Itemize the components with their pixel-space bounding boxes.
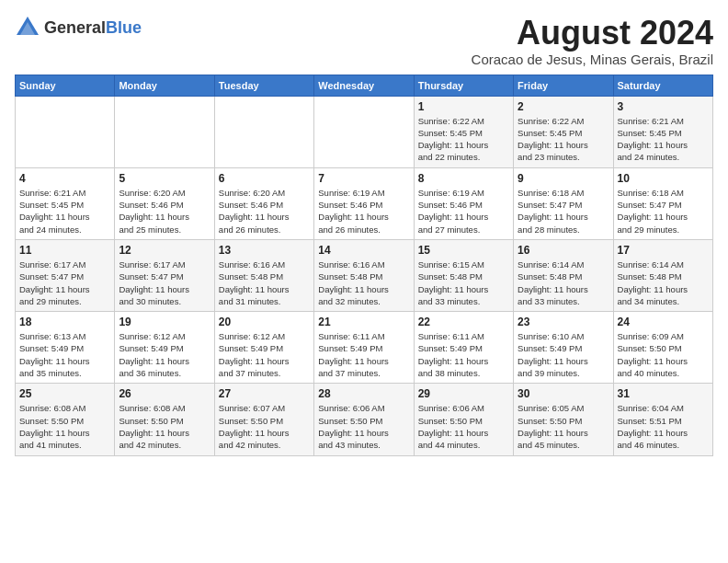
calendar-cell: 16Sunrise: 6:14 AMSunset: 5:48 PMDayligh…: [514, 239, 613, 311]
day-info: Sunrise: 6:04 AMSunset: 5:51 PMDaylight:…: [618, 402, 709, 451]
weekday-header-monday: Monday: [115, 75, 214, 96]
day-info: Sunrise: 6:14 AMSunset: 5:48 PMDaylight:…: [518, 259, 609, 307]
week-row-1: 1Sunrise: 6:22 AMSunset: 5:45 PMDaylight…: [16, 96, 713, 167]
day-number: 16: [518, 244, 609, 257]
calendar-cell: 2Sunrise: 6:22 AMSunset: 5:45 PMDaylight…: [514, 96, 613, 167]
calendar-cell: 27Sunrise: 6:07 AMSunset: 5:50 PMDayligh…: [214, 384, 313, 455]
calendar-cell: 8Sunrise: 6:19 AMSunset: 5:46 PMDaylight…: [414, 167, 513, 239]
day-number: 8: [418, 172, 509, 185]
day-info: Sunrise: 6:16 AMSunset: 5:48 PMDaylight:…: [318, 259, 409, 307]
week-row-5: 25Sunrise: 6:08 AMSunset: 5:50 PMDayligh…: [16, 384, 713, 455]
page-header: GeneralBlue August 2024 Coracao de Jesus…: [15, 15, 713, 67]
day-number: 25: [19, 387, 110, 400]
day-info: Sunrise: 6:12 AMSunset: 5:49 PMDaylight:…: [119, 330, 210, 379]
calendar-cell: 28Sunrise: 6:06 AMSunset: 5:50 PMDayligh…: [314, 384, 414, 455]
day-number: 20: [219, 316, 310, 328]
calendar-cell: 12Sunrise: 6:17 AMSunset: 5:47 PMDayligh…: [115, 239, 214, 311]
calendar-cell: [214, 96, 313, 167]
calendar-cell: 25Sunrise: 6:08 AMSunset: 5:50 PMDayligh…: [16, 384, 115, 455]
calendar-cell: [115, 96, 214, 167]
calendar-cell: 10Sunrise: 6:18 AMSunset: 5:47 PMDayligh…: [613, 167, 712, 239]
calendar-cell: 7Sunrise: 6:19 AMSunset: 5:46 PMDaylight…: [314, 167, 414, 239]
day-info: Sunrise: 6:20 AMSunset: 5:46 PMDaylight:…: [119, 187, 210, 236]
day-info: Sunrise: 6:08 AMSunset: 5:50 PMDaylight:…: [119, 402, 210, 451]
day-number: 9: [518, 172, 609, 185]
month-year-title: August 2024: [472, 15, 713, 52]
weekday-header-saturday: Saturday: [613, 75, 712, 96]
week-row-3: 11Sunrise: 6:17 AMSunset: 5:47 PMDayligh…: [16, 239, 713, 311]
calendar-cell: 21Sunrise: 6:11 AMSunset: 5:49 PMDayligh…: [314, 312, 414, 384]
logo: GeneralBlue: [15, 15, 142, 40]
day-info: Sunrise: 6:09 AMSunset: 5:50 PMDaylight:…: [618, 330, 709, 379]
day-number: 14: [318, 244, 409, 257]
calendar-cell: 5Sunrise: 6:20 AMSunset: 5:46 PMDaylight…: [115, 167, 214, 239]
day-number: 13: [219, 244, 310, 257]
day-number: 6: [219, 172, 310, 185]
day-info: Sunrise: 6:21 AMSunset: 5:45 PMDaylight:…: [19, 187, 110, 236]
day-number: 27: [219, 387, 310, 400]
day-number: 19: [119, 316, 210, 328]
day-info: Sunrise: 6:15 AMSunset: 5:48 PMDaylight:…: [418, 259, 509, 307]
day-number: 21: [318, 316, 409, 328]
day-info: Sunrise: 6:16 AMSunset: 5:48 PMDaylight:…: [219, 259, 310, 307]
day-number: 7: [318, 172, 409, 185]
calendar-cell: 24Sunrise: 6:09 AMSunset: 5:50 PMDayligh…: [613, 312, 712, 384]
calendar-cell: 11Sunrise: 6:17 AMSunset: 5:47 PMDayligh…: [16, 239, 115, 311]
day-info: Sunrise: 6:22 AMSunset: 5:45 PMDaylight:…: [418, 115, 509, 164]
day-number: 26: [119, 387, 210, 400]
day-number: 17: [618, 244, 709, 257]
day-info: Sunrise: 6:22 AMSunset: 5:45 PMDaylight:…: [518, 115, 609, 164]
weekday-header-sunday: Sunday: [16, 75, 115, 96]
day-info: Sunrise: 6:20 AMSunset: 5:46 PMDaylight:…: [219, 187, 310, 236]
weekday-header-row: SundayMondayTuesdayWednesdayThursdayFrid…: [16, 75, 713, 96]
calendar-cell: 14Sunrise: 6:16 AMSunset: 5:48 PMDayligh…: [314, 239, 414, 311]
day-number: 30: [518, 387, 609, 400]
day-number: 2: [518, 100, 609, 113]
calendar-cell: 31Sunrise: 6:04 AMSunset: 5:51 PMDayligh…: [613, 384, 712, 455]
day-info: Sunrise: 6:21 AMSunset: 5:45 PMDaylight:…: [618, 115, 709, 164]
day-number: 28: [318, 387, 409, 400]
calendar-cell: 15Sunrise: 6:15 AMSunset: 5:48 PMDayligh…: [414, 239, 513, 311]
day-info: Sunrise: 6:07 AMSunset: 5:50 PMDaylight:…: [219, 402, 310, 451]
calendar-cell: 1Sunrise: 6:22 AMSunset: 5:45 PMDaylight…: [414, 96, 513, 167]
day-info: Sunrise: 6:11 AMSunset: 5:49 PMDaylight:…: [418, 330, 509, 379]
calendar-cell: 26Sunrise: 6:08 AMSunset: 5:50 PMDayligh…: [115, 384, 214, 455]
calendar-cell: 29Sunrise: 6:06 AMSunset: 5:50 PMDayligh…: [414, 384, 513, 455]
calendar-cell: 19Sunrise: 6:12 AMSunset: 5:49 PMDayligh…: [115, 312, 214, 384]
day-number: 3: [618, 100, 709, 113]
day-info: Sunrise: 6:10 AMSunset: 5:49 PMDaylight:…: [518, 330, 609, 379]
day-number: 12: [119, 244, 210, 257]
calendar-cell: 30Sunrise: 6:05 AMSunset: 5:50 PMDayligh…: [514, 384, 613, 455]
week-row-4: 18Sunrise: 6:13 AMSunset: 5:49 PMDayligh…: [16, 312, 713, 384]
day-info: Sunrise: 6:08 AMSunset: 5:50 PMDaylight:…: [19, 402, 110, 451]
day-number: 15: [418, 244, 509, 257]
day-info: Sunrise: 6:12 AMSunset: 5:49 PMDaylight:…: [219, 330, 310, 379]
calendar-cell: 18Sunrise: 6:13 AMSunset: 5:49 PMDayligh…: [16, 312, 115, 384]
day-number: 29: [418, 387, 509, 400]
weekday-header-thursday: Thursday: [414, 75, 513, 96]
calendar-cell: [314, 96, 414, 167]
calendar-cell: 20Sunrise: 6:12 AMSunset: 5:49 PMDayligh…: [214, 312, 313, 384]
day-info: Sunrise: 6:19 AMSunset: 5:46 PMDaylight:…: [318, 187, 409, 236]
week-row-2: 4Sunrise: 6:21 AMSunset: 5:45 PMDaylight…: [16, 167, 713, 239]
calendar-cell: 22Sunrise: 6:11 AMSunset: 5:49 PMDayligh…: [414, 312, 513, 384]
calendar-cell: [16, 96, 115, 167]
day-info: Sunrise: 6:17 AMSunset: 5:47 PMDaylight:…: [19, 259, 110, 307]
day-number: 18: [19, 316, 110, 328]
day-number: 24: [618, 316, 709, 328]
logo-icon: [15, 15, 40, 40]
calendar-cell: 6Sunrise: 6:20 AMSunset: 5:46 PMDaylight…: [214, 167, 313, 239]
location-subtitle: Coracao de Jesus, Minas Gerais, Brazil: [472, 52, 713, 67]
day-info: Sunrise: 6:17 AMSunset: 5:47 PMDaylight:…: [119, 259, 210, 307]
calendar-cell: 9Sunrise: 6:18 AMSunset: 5:47 PMDaylight…: [514, 167, 613, 239]
day-info: Sunrise: 6:18 AMSunset: 5:47 PMDaylight:…: [618, 187, 709, 236]
day-number: 31: [618, 387, 709, 400]
weekday-header-friday: Friday: [514, 75, 613, 96]
calendar-table: SundayMondayTuesdayWednesdayThursdayFrid…: [15, 75, 713, 456]
day-number: 1: [418, 100, 509, 113]
logo-text: GeneralBlue: [44, 18, 142, 38]
day-info: Sunrise: 6:18 AMSunset: 5:47 PMDaylight:…: [518, 187, 609, 236]
day-info: Sunrise: 6:05 AMSunset: 5:50 PMDaylight:…: [518, 402, 609, 451]
day-number: 5: [119, 172, 210, 185]
day-number: 22: [418, 316, 509, 328]
